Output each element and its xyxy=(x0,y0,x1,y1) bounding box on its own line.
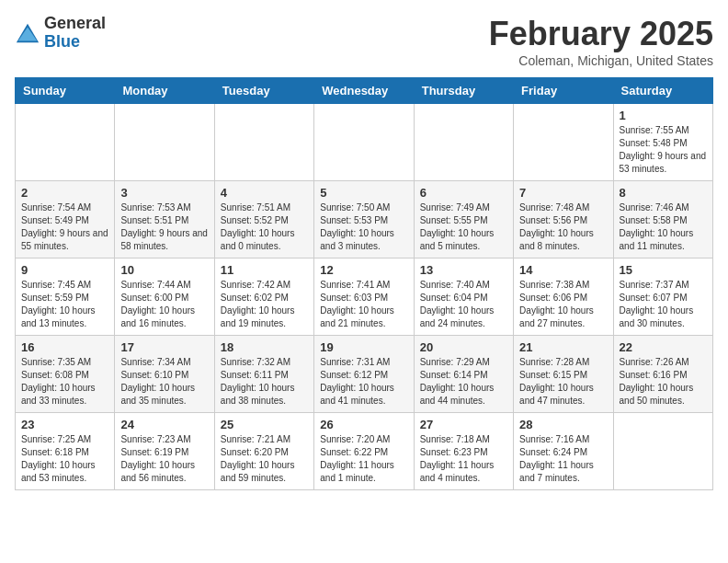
day-info: Sunrise: 7:41 AM Sunset: 6:03 PM Dayligh… xyxy=(320,279,407,330)
week-row-2: 2Sunrise: 7:54 AM Sunset: 5:49 PM Daylig… xyxy=(16,181,713,259)
day-number: 27 xyxy=(420,418,507,431)
day-cell: 21Sunrise: 7:28 AM Sunset: 6:15 PM Dayli… xyxy=(514,336,613,413)
day-number: 15 xyxy=(620,263,707,277)
day-number: 4 xyxy=(221,186,308,200)
day-cell xyxy=(115,104,214,181)
day-info: Sunrise: 7:45 AM Sunset: 5:59 PM Dayligh… xyxy=(21,279,108,330)
day-number: 7 xyxy=(519,186,607,200)
day-info: Sunrise: 7:48 AM Sunset: 5:56 PM Dayligh… xyxy=(519,201,607,253)
week-row-5: 23Sunrise: 7:25 AM Sunset: 6:18 PM Dayli… xyxy=(16,413,713,490)
logo-blue: Blue xyxy=(44,33,106,52)
day-cell: 26Sunrise: 7:20 AM Sunset: 6:22 PM Dayli… xyxy=(314,413,414,490)
day-info: Sunrise: 7:32 AM Sunset: 6:11 PM Dayligh… xyxy=(221,356,308,408)
day-number: 16 xyxy=(21,340,108,354)
day-number: 6 xyxy=(420,186,507,200)
day-info: Sunrise: 7:20 AM Sunset: 6:22 PM Dayligh… xyxy=(320,433,407,485)
day-cell xyxy=(16,104,115,181)
day-cell: 18Sunrise: 7:32 AM Sunset: 6:11 PM Dayli… xyxy=(214,336,313,413)
day-header-monday: Monday xyxy=(115,78,214,104)
logo-general: General xyxy=(44,15,106,33)
day-cell: 2Sunrise: 7:54 AM Sunset: 5:49 PM Daylig… xyxy=(16,181,115,259)
day-cell: 3Sunrise: 7:53 AM Sunset: 5:51 PM Daylig… xyxy=(115,181,214,259)
day-info: Sunrise: 7:37 AM Sunset: 6:07 PM Dayligh… xyxy=(620,279,707,330)
day-info: Sunrise: 7:50 AM Sunset: 5:53 PM Dayligh… xyxy=(320,201,407,253)
day-info: Sunrise: 7:42 AM Sunset: 6:02 PM Dayligh… xyxy=(221,279,308,330)
day-cell: 22Sunrise: 7:26 AM Sunset: 6:16 PM Dayli… xyxy=(613,336,712,413)
day-info: Sunrise: 7:29 AM Sunset: 6:14 PM Dayligh… xyxy=(420,356,507,408)
page-header: General Blue February 2025 Coleman, Mich… xyxy=(15,15,713,68)
day-cell: 15Sunrise: 7:37 AM Sunset: 6:07 PM Dayli… xyxy=(613,259,712,336)
day-cell: 13Sunrise: 7:40 AM Sunset: 6:04 PM Dayli… xyxy=(414,259,513,336)
day-number: 9 xyxy=(21,263,108,277)
day-info: Sunrise: 7:23 AM Sunset: 6:19 PM Dayligh… xyxy=(120,433,208,485)
day-number: 1 xyxy=(620,109,707,122)
day-cell: 28Sunrise: 7:16 AM Sunset: 6:24 PM Dayli… xyxy=(514,413,613,490)
day-info: Sunrise: 7:25 AM Sunset: 6:18 PM Dayligh… xyxy=(21,433,108,485)
day-header-friday: Friday xyxy=(514,78,613,104)
day-info: Sunrise: 7:16 AM Sunset: 6:24 PM Dayligh… xyxy=(519,433,607,485)
day-info: Sunrise: 7:38 AM Sunset: 6:06 PM Dayligh… xyxy=(519,279,607,330)
day-number: 12 xyxy=(320,263,407,277)
day-cell xyxy=(613,413,712,490)
day-number: 14 xyxy=(519,263,607,277)
day-info: Sunrise: 7:18 AM Sunset: 6:23 PM Dayligh… xyxy=(420,433,507,485)
day-cell: 9Sunrise: 7:45 AM Sunset: 5:59 PM Daylig… xyxy=(16,259,115,336)
day-cell xyxy=(514,104,613,181)
day-info: Sunrise: 7:21 AM Sunset: 6:20 PM Dayligh… xyxy=(221,433,308,485)
location: Coleman, Michigan, United States xyxy=(489,53,713,68)
day-info: Sunrise: 7:53 AM Sunset: 5:51 PM Dayligh… xyxy=(120,201,208,253)
day-info: Sunrise: 7:49 AM Sunset: 5:55 PM Dayligh… xyxy=(420,201,507,253)
day-cell: 20Sunrise: 7:29 AM Sunset: 6:14 PM Dayli… xyxy=(414,336,513,413)
calendar-body: 1Sunrise: 7:55 AM Sunset: 5:48 PM Daylig… xyxy=(16,104,713,490)
day-header-tuesday: Tuesday xyxy=(214,78,313,104)
title-area: February 2025 Coleman, Michigan, United … xyxy=(489,15,713,68)
day-number: 18 xyxy=(221,340,308,354)
day-number: 20 xyxy=(420,340,507,354)
day-number: 24 xyxy=(120,418,208,431)
day-cell xyxy=(314,104,414,181)
day-cell: 6Sunrise: 7:49 AM Sunset: 5:55 PM Daylig… xyxy=(414,181,513,259)
day-info: Sunrise: 7:51 AM Sunset: 5:52 PM Dayligh… xyxy=(221,201,308,253)
week-row-1: 1Sunrise: 7:55 AM Sunset: 5:48 PM Daylig… xyxy=(16,104,713,181)
day-info: Sunrise: 7:34 AM Sunset: 6:10 PM Dayligh… xyxy=(120,356,208,408)
day-header-thursday: Thursday xyxy=(414,78,513,104)
day-number: 11 xyxy=(221,263,308,277)
day-cell: 5Sunrise: 7:50 AM Sunset: 5:53 PM Daylig… xyxy=(314,181,414,259)
day-cell: 7Sunrise: 7:48 AM Sunset: 5:56 PM Daylig… xyxy=(514,181,613,259)
day-header-saturday: Saturday xyxy=(613,78,712,104)
day-number: 10 xyxy=(120,263,208,277)
week-row-3: 9Sunrise: 7:45 AM Sunset: 5:59 PM Daylig… xyxy=(16,259,713,336)
day-cell xyxy=(214,104,313,181)
day-number: 26 xyxy=(320,418,407,431)
day-number: 5 xyxy=(320,186,407,200)
logo-icon xyxy=(15,20,40,46)
day-info: Sunrise: 7:54 AM Sunset: 5:49 PM Dayligh… xyxy=(21,201,108,253)
day-number: 19 xyxy=(320,340,407,354)
day-cell: 10Sunrise: 7:44 AM Sunset: 6:00 PM Dayli… xyxy=(115,259,214,336)
day-number: 23 xyxy=(21,418,108,431)
day-cell: 11Sunrise: 7:42 AM Sunset: 6:02 PM Dayli… xyxy=(214,259,313,336)
week-row-4: 16Sunrise: 7:35 AM Sunset: 6:08 PM Dayli… xyxy=(16,336,713,413)
day-info: Sunrise: 7:35 AM Sunset: 6:08 PM Dayligh… xyxy=(21,356,108,408)
day-cell: 4Sunrise: 7:51 AM Sunset: 5:52 PM Daylig… xyxy=(214,181,313,259)
day-number: 13 xyxy=(420,263,507,277)
day-cell: 17Sunrise: 7:34 AM Sunset: 6:10 PM Dayli… xyxy=(115,336,214,413)
day-cell: 19Sunrise: 7:31 AM Sunset: 6:12 PM Dayli… xyxy=(314,336,414,413)
calendar-table: SundayMondayTuesdayWednesdayThursdayFrid… xyxy=(15,77,713,490)
day-info: Sunrise: 7:44 AM Sunset: 6:00 PM Dayligh… xyxy=(120,279,208,330)
day-cell: 23Sunrise: 7:25 AM Sunset: 6:18 PM Dayli… xyxy=(16,413,115,490)
logo-text: General Blue xyxy=(44,15,106,52)
day-cell: 16Sunrise: 7:35 AM Sunset: 6:08 PM Dayli… xyxy=(16,336,115,413)
day-cell: 24Sunrise: 7:23 AM Sunset: 6:19 PM Dayli… xyxy=(115,413,214,490)
day-header-sunday: Sunday xyxy=(16,78,115,104)
day-info: Sunrise: 7:28 AM Sunset: 6:15 PM Dayligh… xyxy=(519,356,607,408)
day-cell: 14Sunrise: 7:38 AM Sunset: 6:06 PM Dayli… xyxy=(514,259,613,336)
day-cell xyxy=(414,104,513,181)
day-cell: 25Sunrise: 7:21 AM Sunset: 6:20 PM Dayli… xyxy=(214,413,313,490)
day-number: 8 xyxy=(620,186,707,200)
month-title: February 2025 xyxy=(489,15,713,53)
day-cell: 12Sunrise: 7:41 AM Sunset: 6:03 PM Dayli… xyxy=(314,259,414,336)
calendar-header: SundayMondayTuesdayWednesdayThursdayFrid… xyxy=(16,78,713,104)
day-info: Sunrise: 7:31 AM Sunset: 6:12 PM Dayligh… xyxy=(320,356,407,408)
day-info: Sunrise: 7:55 AM Sunset: 5:48 PM Dayligh… xyxy=(620,124,707,176)
